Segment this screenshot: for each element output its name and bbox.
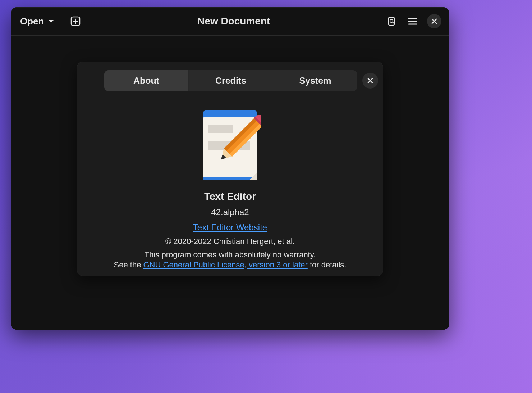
copyright: © 2020-2022 Christian Hergert, et al.	[165, 237, 295, 246]
app-version: 42.alpha2	[211, 207, 249, 217]
chevron-down-icon	[47, 19, 55, 24]
about-close-button[interactable]	[362, 73, 378, 89]
tab-about[interactable]: About	[104, 70, 189, 91]
app-icon	[199, 110, 261, 181]
app-name: Text Editor	[204, 191, 256, 202]
tab-system[interactable]: System	[273, 70, 357, 91]
about-dialog-body: Text Editor 42.alpha2 Text Editor Websit…	[77, 100, 383, 276]
svg-rect-5	[203, 177, 257, 180]
window-titlebar: Open New Document	[11, 7, 449, 36]
tab-credits[interactable]: Credits	[189, 70, 273, 91]
new-tab-icon	[70, 16, 81, 27]
main-menu-button[interactable]	[406, 15, 419, 28]
search-button[interactable]	[385, 15, 398, 28]
close-icon	[367, 77, 373, 84]
search-icon	[387, 16, 397, 26]
text-editor-window: Open New Document	[11, 7, 449, 330]
hamburger-menu-icon	[408, 17, 418, 26]
website-link[interactable]: Text Editor Website	[193, 222, 267, 232]
titlebar-right	[385, 14, 441, 28]
tab-label: About	[133, 76, 159, 86]
about-dialog-header: About Credits System	[77, 62, 383, 100]
svg-rect-6	[208, 125, 233, 133]
window-close-button[interactable]	[427, 14, 441, 28]
editor-content-area: About Credits System	[11, 36, 449, 330]
new-tab-button[interactable]	[69, 15, 82, 28]
license-suffix: for details.	[308, 260, 347, 269]
warranty-line: This program comes with absolutely no wa…	[145, 250, 316, 259]
tab-label: System	[299, 76, 331, 86]
about-tab-bar: About Credits System	[104, 70, 357, 91]
close-icon	[431, 18, 437, 24]
svg-rect-1	[389, 17, 394, 25]
about-dialog: About Credits System	[77, 62, 383, 276]
open-button[interactable]: Open	[19, 13, 56, 30]
window-title: New Document	[93, 15, 375, 27]
tab-label: Credits	[215, 76, 246, 86]
license-link[interactable]: GNU General Public License, version 3 or…	[143, 260, 308, 269]
titlebar-left: Open	[19, 13, 82, 30]
license-text: This program comes with absolutely no wa…	[114, 250, 347, 270]
open-button-label: Open	[20, 16, 44, 27]
license-prefix: See the	[114, 260, 143, 269]
